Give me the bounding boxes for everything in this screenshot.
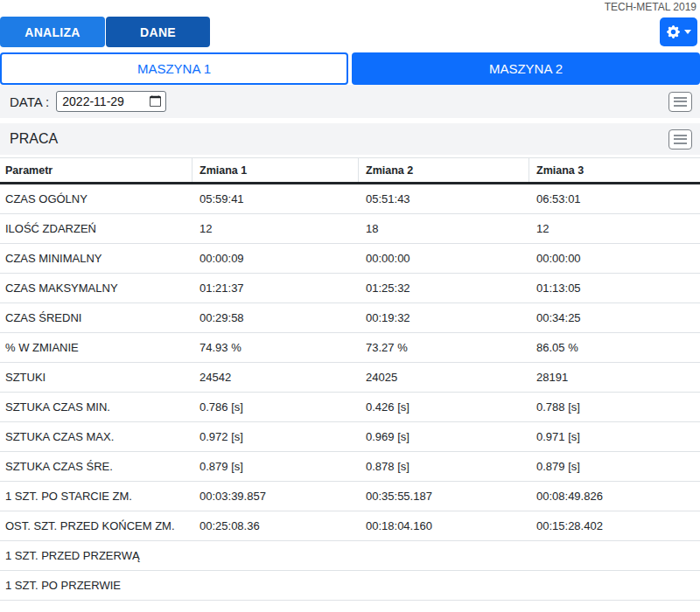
- dane-button[interactable]: DANE: [106, 17, 210, 47]
- value-cell: 00:35:55.187: [359, 490, 529, 503]
- gear-icon: [667, 25, 680, 38]
- value-cell: 0.971 [s]: [529, 430, 700, 443]
- param-cell: ILOŚĆ ZDARZEŃ: [0, 222, 192, 235]
- value-cell: 00:08:49.826: [529, 490, 700, 503]
- value-cell: 0.788 [s]: [529, 400, 700, 414]
- table-row: ILOŚĆ ZDARZEŃ121812: [0, 214, 700, 244]
- param-cell: 1 SZT. PO PRZERWIE: [0, 579, 192, 592]
- praca-section-bar: PRACA: [0, 123, 700, 155]
- brand-label: TECH-METAL 2019: [605, 1, 696, 14]
- table-row: 1 SZT. PO STARCIE ZM.00:03:39.85700:35:5…: [0, 482, 700, 511]
- table-row: CZAS MINIMALNY00:00:0900:00:0000:00:00: [0, 244, 700, 274]
- value-cell: 24025: [359, 371, 529, 384]
- caret-down-icon: [684, 30, 691, 34]
- column-header-zmiana-2: Zmiana 2: [359, 158, 529, 182]
- param-cell: OST. SZT. PRZED KOŃCEM ZM.: [0, 519, 192, 532]
- analiza-button[interactable]: ANALIZA: [0, 17, 105, 47]
- table-row: SZTUKA CZAS MIN.0.786 [s]0.426 [s]0.788 …: [0, 393, 700, 422]
- value-cell: 00:00:00: [529, 252, 700, 265]
- param-cell: CZAS ŚREDNI: [0, 311, 192, 324]
- param-cell: CZAS MINIMALNY: [0, 252, 192, 265]
- table-body: CZAS OGÓLNY05:59:4105:51:4306:53:01ILOŚĆ…: [0, 184, 700, 601]
- value-cell: 00:18:04.160: [359, 519, 529, 532]
- table-row: 1 SZT. PO PRZERWIE: [0, 571, 700, 601]
- praca-table: Parametr Zmiana 1 Zmiana 2 Zmiana 3 CZAS…: [0, 157, 700, 601]
- table-row: SZTUKI245422402528191: [0, 363, 700, 393]
- value-cell: 01:21:37: [192, 282, 359, 295]
- table-header-row: Parametr Zmiana 1 Zmiana 2 Zmiana 3: [0, 157, 700, 184]
- column-header-zmiana-3: Zmiana 3: [529, 158, 700, 182]
- value-cell: 00:00:09: [192, 252, 359, 265]
- value-cell: 00:25:08.36: [192, 519, 359, 532]
- value-cell: 00:00:00: [359, 252, 529, 265]
- param-cell: SZTUKA CZAS MIN.: [0, 400, 192, 414]
- date-bar: DATA :: [0, 85, 700, 118]
- section-title: PRACA: [10, 131, 58, 147]
- value-cell: 73.27 %: [359, 341, 529, 354]
- param-cell: 1 SZT. PO STARCIE ZM.: [0, 490, 192, 503]
- value-cell: 01:13:05: [529, 282, 700, 295]
- table-row: CZAS ŚREDNI00:29:5800:19:3200:34:25: [0, 303, 700, 333]
- tab-maszyna-1[interactable]: MASZYNA 1: [0, 52, 348, 85]
- value-cell: 00:19:32: [359, 311, 529, 324]
- value-cell: 0.878 [s]: [359, 460, 529, 473]
- table-row: % W ZMIANIE74.93 %73.27 %86.05 %: [0, 333, 700, 363]
- value-cell: 00:03:39.857: [192, 490, 359, 503]
- value-cell: 0.786 [s]: [192, 400, 359, 414]
- table-row: SZTUKA CZAS ŚRE.0.879 [s]0.878 [s]0.879 …: [0, 452, 700, 482]
- table-row: 1 SZT. PRZED PRZERWĄ: [0, 541, 700, 571]
- column-header-parametr: Parametr: [0, 158, 192, 182]
- value-cell: 28191: [529, 371, 700, 384]
- table-row: CZAS OGÓLNY05:59:4105:51:4306:53:01: [0, 184, 700, 214]
- value-cell: 00:34:25: [529, 311, 700, 324]
- date-input[interactable]: [56, 91, 166, 112]
- tab-maszyna-2[interactable]: MASZYNA 2: [352, 52, 700, 85]
- param-cell: % W ZMIANIE: [0, 341, 192, 354]
- value-cell: 00:29:58: [192, 311, 359, 324]
- value-cell: 74.93 %: [192, 341, 359, 354]
- value-cell: 12: [529, 222, 700, 235]
- value-cell: 86.05 %: [529, 341, 700, 354]
- value-cell: 06:53:01: [529, 192, 700, 205]
- date-menu-hamburger-icon[interactable]: [668, 92, 692, 112]
- table-row: SZTUKA CZAS MAX.0.972 [s]0.969 [s]0.971 …: [0, 422, 700, 452]
- table-row: CZAS MAKSYMALNY01:21:3701:25:3201:13:05: [0, 274, 700, 303]
- param-cell: 1 SZT. PRZED PRZERWĄ: [0, 549, 192, 562]
- param-cell: SZTUKA CZAS ŚRE.: [0, 460, 192, 473]
- value-cell: 05:59:41: [192, 192, 359, 205]
- value-cell: 0.972 [s]: [192, 430, 359, 443]
- value-cell: 0.879 [s]: [192, 460, 359, 473]
- value-cell: 0.879 [s]: [529, 460, 700, 473]
- param-cell: CZAS MAKSYMALNY: [0, 282, 192, 295]
- column-header-zmiana-1: Zmiana 1: [192, 158, 359, 182]
- value-cell: 0.969 [s]: [359, 430, 529, 443]
- value-cell: 05:51:43: [359, 192, 529, 205]
- date-label: DATA :: [10, 94, 49, 109]
- value-cell: 12: [192, 222, 359, 235]
- param-cell: SZTUKI: [0, 371, 192, 384]
- value-cell: 0.426 [s]: [359, 400, 529, 414]
- value-cell: 01:25:32: [359, 282, 529, 295]
- value-cell: 18: [359, 222, 529, 235]
- section-menu-hamburger-icon[interactable]: [668, 129, 692, 150]
- table-row: OST. SZT. PRZED KOŃCEM ZM.00:25:08.3600:…: [0, 511, 700, 541]
- settings-dropdown-button[interactable]: [660, 17, 697, 46]
- value-cell: 00:15:28.402: [529, 519, 700, 532]
- param-cell: CZAS OGÓLNY: [0, 192, 192, 205]
- value-cell: 24542: [192, 371, 359, 384]
- param-cell: SZTUKA CZAS MAX.: [0, 430, 192, 443]
